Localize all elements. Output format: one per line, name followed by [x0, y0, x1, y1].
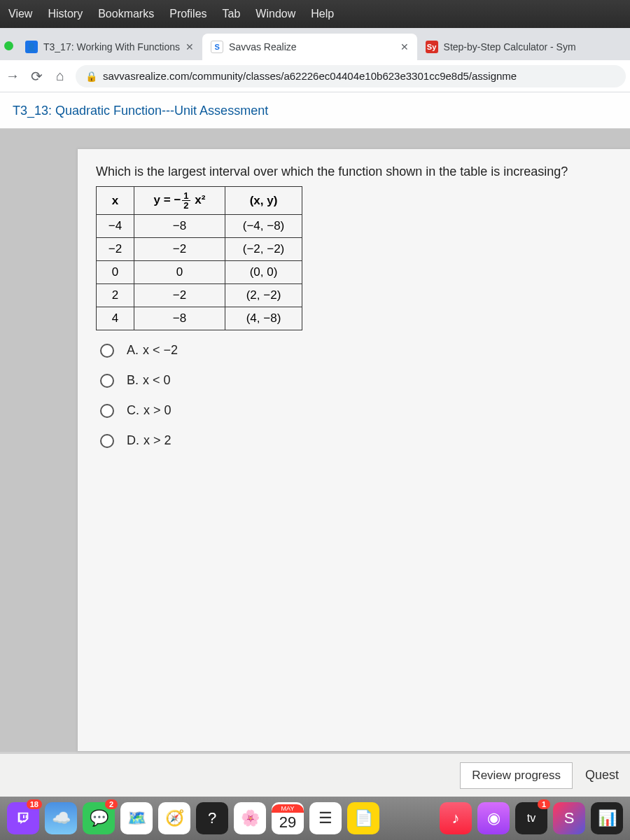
radio-a[interactable]: [100, 344, 114, 358]
window-maximize-dot[interactable]: [4, 41, 13, 50]
option-a-letter: A.: [127, 343, 139, 357]
menu-window[interactable]: Window: [255, 8, 295, 20]
option-a-text: x < −2: [143, 343, 178, 357]
table-row: 00(0, 0): [97, 261, 302, 284]
svg-rect-0: [23, 815, 24, 818]
content-wrap: Which is the largest interval over which…: [0, 129, 630, 752]
th-y: y = −12 x²: [134, 187, 225, 215]
browser-tab-strip: 👤 T3_17: Working With Functions ✕ S Savv…: [0, 28, 630, 60]
nav-forward-icon[interactable]: →: [4, 68, 21, 85]
menu-bookmarks[interactable]: Bookmarks: [98, 8, 154, 20]
option-c-letter: C.: [127, 403, 139, 417]
dock-calendar-icon[interactable]: MAY 29: [272, 802, 304, 834]
option-b-text: x < 0: [143, 373, 171, 387]
nav-reload-icon[interactable]: ⟳: [28, 68, 45, 85]
nav-home-icon[interactable]: ⌂: [52, 68, 69, 85]
browser-tab-0[interactable]: 👤 T3_17: Working With Functions ✕: [17, 34, 202, 60]
address-bar[interactable]: 🔒 savvasrealize.com/community/classes/a6…: [76, 65, 626, 88]
tab-0-close-icon[interactable]: ✕: [186, 41, 194, 52]
option-b-letter: B.: [127, 373, 139, 387]
dock-siri-icon[interactable]: ?: [196, 802, 228, 834]
dock-messages-icon[interactable]: 💬2: [83, 802, 115, 834]
th-xy: (x, y): [225, 187, 302, 215]
tab-1-favicon-icon: S: [211, 41, 223, 53]
review-progress-button[interactable]: Review progress: [460, 762, 573, 789]
option-c-text: x > 0: [144, 403, 172, 417]
table-row: −4−8(−4, −8): [97, 215, 302, 238]
tab-1-title: Savvas Realize: [229, 41, 297, 52]
tab-2-title: Step-by-Step Calculator - Sym: [444, 41, 576, 52]
question-panel: Which is the largest interval over which…: [77, 148, 630, 752]
menu-view[interactable]: View: [8, 8, 32, 20]
dock-reminders-icon[interactable]: ☰: [309, 802, 342, 834]
browser-tab-2[interactable]: Sy Step-by-Step Calculator - Sym: [417, 34, 584, 60]
lock-icon: 🔒: [85, 71, 97, 82]
radio-d[interactable]: [100, 434, 114, 448]
option-d-text: x > 2: [144, 433, 172, 447]
dock-maps-icon[interactable]: 🗺️: [120, 802, 153, 834]
tab-0-title: T3_17: Working With Functions: [43, 41, 180, 52]
tab-1-close-icon[interactable]: ✕: [400, 41, 409, 52]
option-d-letter: D.: [127, 433, 139, 447]
option-b[interactable]: B.x < 0: [100, 373, 630, 388]
assignment-breadcrumb[interactable]: T3_13: Quadratic Function---Unit Assessm…: [0, 92, 630, 129]
menu-tab[interactable]: Tab: [223, 8, 241, 20]
table-row: −2−2(−2, −2): [97, 238, 302, 261]
option-a[interactable]: A.x < −2: [100, 343, 630, 358]
calendar-month: MAY: [272, 804, 304, 813]
option-c[interactable]: C.x > 0: [100, 403, 630, 418]
dock-music-icon[interactable]: ♪: [440, 802, 472, 834]
tab-2-favicon-icon: Sy: [426, 41, 438, 53]
dock-photos-icon[interactable]: 🌸: [234, 802, 266, 834]
dock-safari-icon[interactable]: 🧭: [158, 802, 190, 834]
dock-twitch-icon[interactable]: 18: [7, 802, 39, 834]
function-table: x y = −12 x² (x, y) −4−8(−4, −8) −2−2(−2…: [96, 186, 302, 330]
dock-weather-icon[interactable]: ☁️: [45, 802, 77, 834]
mac-menubar: View History Bookmarks Profiles Tab Wind…: [0, 0, 630, 28]
menu-history[interactable]: History: [48, 8, 83, 20]
th-x: x: [97, 187, 134, 215]
assessment-footer: Review progress Quest: [0, 753, 630, 797]
address-url: savvasrealize.com/community/classes/a622…: [103, 70, 517, 82]
browser-tab-1[interactable]: S Savvas Realize ✕: [202, 34, 417, 60]
question-prompt: Which is the largest interval over which…: [96, 164, 630, 179]
calendar-day: 29: [279, 813, 296, 833]
option-d[interactable]: D.x > 2: [100, 433, 630, 448]
radio-b[interactable]: [100, 374, 114, 388]
table-row: 2−2(2, −2): [97, 284, 302, 307]
menu-profiles[interactable]: Profiles: [169, 8, 206, 20]
table-row: 4−8(4, −8): [97, 307, 302, 330]
svg-rect-1: [26, 815, 27, 818]
menu-help[interactable]: Help: [311, 8, 334, 20]
dock-stocks-icon[interactable]: 📊: [591, 802, 623, 834]
question-nav-label: Quest: [585, 768, 619, 783]
dock-notes-icon[interactable]: 📄: [347, 802, 379, 834]
dock-shortcuts-icon[interactable]: S: [553, 802, 585, 834]
radio-c[interactable]: [100, 404, 114, 418]
answer-options: A.x < −2 B.x < 0 C.x > 0 D.x > 2: [100, 343, 630, 448]
dock-podcasts-icon[interactable]: ◉: [477, 802, 510, 834]
tab-0-favicon-icon: 👤: [25, 41, 38, 53]
mac-dock: 18 ☁️ 💬2 🗺️ 🧭 ? 🌸 MAY 29 ☰ 📄 ♪ ◉ tv 1 S …: [0, 797, 630, 840]
twitch-badge: 18: [27, 799, 42, 809]
browser-toolbar: → ⟳ ⌂ 🔒 savvasrealize.com/community/clas…: [0, 60, 630, 92]
tv-badge: 1: [538, 799, 550, 809]
dock-tv-icon[interactable]: tv 1: [515, 802, 547, 834]
messages-badge: 2: [105, 799, 118, 809]
